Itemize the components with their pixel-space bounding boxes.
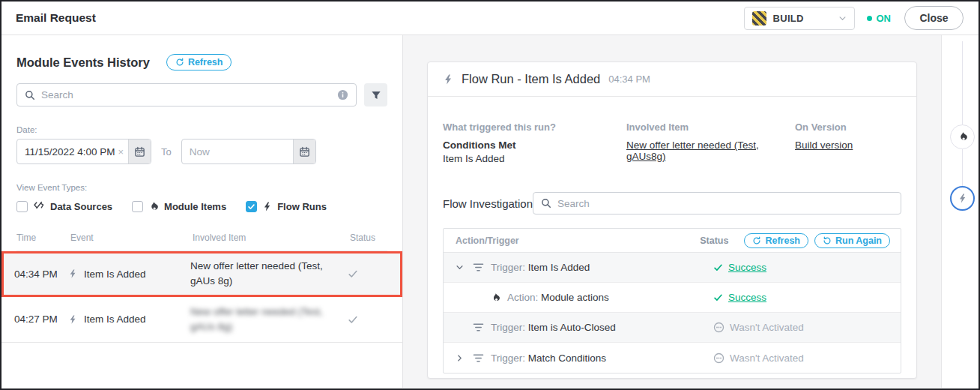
data-sources-icon bbox=[33, 200, 45, 212]
module-node-button[interactable] bbox=[950, 124, 975, 149]
status-link[interactable]: Success bbox=[728, 262, 766, 273]
flow-run-node-button-selected[interactable] bbox=[950, 186, 975, 211]
col-status: Status bbox=[350, 232, 387, 243]
panel-title: Module Events History bbox=[16, 56, 150, 70]
step-name: Match Conditions bbox=[528, 352, 606, 364]
run-info-section: What triggered this run? Conditions Met … bbox=[428, 97, 916, 164]
involved-label: Involved Item bbox=[626, 122, 795, 133]
date-label: Date: bbox=[16, 125, 387, 134]
bolt-icon bbox=[443, 74, 453, 86]
build-stripes-icon bbox=[752, 11, 766, 26]
event-name: Item Is Added bbox=[84, 314, 146, 325]
involved-item-text-redacted: New offer letter needed (Test, gAUs 8g) bbox=[190, 304, 348, 335]
event-types-label: View Event Types: bbox=[16, 183, 387, 192]
calendar-icon bbox=[134, 146, 145, 158]
flow-step-row[interactable]: Trigger: Item is Auto-Closed Wasn't Acti… bbox=[444, 313, 901, 343]
triggered-value: Conditions Met bbox=[443, 140, 626, 151]
chevron-down-icon bbox=[838, 14, 847, 22]
event-row[interactable]: 04:27 PM Item Is Added New offer letter … bbox=[1, 297, 402, 344]
flame-icon bbox=[491, 292, 500, 303]
clear-date-icon[interactable]: × bbox=[118, 146, 128, 158]
checkbox-unchecked[interactable] bbox=[132, 201, 143, 212]
date-to-input[interactable] bbox=[182, 146, 293, 158]
status-link[interactable]: Success bbox=[728, 292, 766, 303]
success-check-icon bbox=[713, 262, 723, 272]
date-from-field: × bbox=[16, 139, 151, 164]
trigger-info-column: What triggered this run? Conditions Met … bbox=[443, 122, 626, 164]
event-time: 04:34 PM bbox=[14, 268, 68, 280]
page-title: Email Request bbox=[16, 11, 96, 25]
triggered-sub: Item Is Added bbox=[443, 153, 626, 164]
filter-button[interactable] bbox=[364, 83, 387, 106]
checkbox-checked[interactable] bbox=[246, 201, 257, 212]
step-name: Module actions bbox=[541, 292, 609, 303]
module-events-history-panel: Module Events History Refresh bbox=[1, 35, 403, 388]
top-bar: Email Request BUILD ON Close bbox=[1, 2, 979, 35]
on-dot-icon bbox=[867, 16, 872, 21]
run-again-button[interactable]: Run Again bbox=[814, 233, 890, 248]
trigger-funnel-icon bbox=[473, 322, 484, 332]
trigger-funnel-icon bbox=[473, 353, 484, 363]
col-status: Status bbox=[700, 236, 728, 246]
event-name: Item Is Added bbox=[84, 268, 146, 280]
check-icon bbox=[348, 268, 390, 279]
flow-step-row[interactable]: Trigger: Match Conditions Wasn't Activat… bbox=[444, 343, 901, 373]
col-action-trigger: Action/Trigger bbox=[456, 236, 700, 246]
col-event: Event bbox=[70, 232, 193, 243]
filter-label: Module Items bbox=[164, 201, 226, 212]
flow-table-header: Action/Trigger Status Refresh Run Again bbox=[444, 229, 901, 253]
step-name: Item Is Added bbox=[528, 262, 590, 273]
trigger-funnel-icon bbox=[473, 262, 484, 272]
flame-icon bbox=[958, 131, 968, 142]
not-activated-icon bbox=[713, 352, 725, 364]
not-activated-icon bbox=[713, 322, 725, 333]
to-label: To bbox=[161, 146, 172, 158]
investigation-search-field bbox=[533, 192, 901, 214]
step-prefix: Trigger: bbox=[491, 352, 525, 364]
refresh-label: Refresh bbox=[765, 236, 800, 246]
flow-run-title: Flow Run - Item Is Added bbox=[462, 72, 600, 86]
on-label: ON bbox=[877, 13, 892, 24]
filter-data-sources[interactable]: Data Sources bbox=[16, 200, 112, 212]
search-icon bbox=[541, 198, 551, 208]
date-to-calendar-button[interactable] bbox=[293, 140, 315, 164]
date-range-row: × To bbox=[16, 139, 387, 164]
flow-run-time: 04:34 PM bbox=[608, 74, 650, 85]
check-icon bbox=[348, 314, 390, 325]
events-search-field bbox=[16, 83, 357, 106]
date-to-field bbox=[181, 139, 316, 164]
refresh-button[interactable]: Refresh bbox=[744, 233, 808, 248]
main-layout: Module Events History Refresh bbox=[1, 35, 979, 388]
info-icon[interactable] bbox=[337, 89, 348, 100]
build-version-link[interactable]: Build version bbox=[795, 140, 853, 151]
chevron-down-icon[interactable] bbox=[456, 263, 466, 272]
date-from-input[interactable] bbox=[17, 146, 118, 158]
checkbox-unchecked[interactable] bbox=[16, 201, 28, 212]
bolt-icon bbox=[68, 268, 77, 279]
flow-investigation-table: Action/Trigger Status Refresh Run Again bbox=[443, 228, 901, 374]
investigation-search-input[interactable] bbox=[557, 198, 893, 209]
filter-module-items[interactable]: Module Items bbox=[132, 201, 226, 212]
date-from-calendar-button[interactable] bbox=[128, 140, 151, 164]
flow-step-row[interactable]: Trigger: Item Is Added Success bbox=[444, 253, 901, 283]
flow-step-row[interactable]: Action: Module actions Success bbox=[444, 283, 901, 313]
status-text: Wasn't Activated bbox=[730, 322, 804, 333]
filter-flow-runs[interactable]: Flow Runs bbox=[246, 201, 327, 212]
events-table: Time Event Involved Item Status 04:34 PM… bbox=[16, 232, 387, 343]
filter-label: Flow Runs bbox=[277, 201, 327, 212]
refresh-icon bbox=[752, 236, 761, 245]
flow-run-header: Flow Run - Item Is Added 04:34 PM bbox=[428, 62, 916, 97]
close-button[interactable]: Close bbox=[904, 6, 964, 30]
version-label: On Version bbox=[795, 122, 901, 133]
calendar-icon bbox=[299, 146, 310, 158]
event-row-selected[interactable]: 04:34 PM Item Is Added New offer letter … bbox=[1, 251, 402, 297]
search-icon bbox=[25, 90, 35, 100]
status-badge: ON bbox=[867, 13, 892, 24]
chevron-right-icon[interactable] bbox=[456, 354, 466, 362]
events-search-input[interactable] bbox=[41, 89, 331, 100]
step-name: Item is Auto-Closed bbox=[528, 322, 616, 333]
filter-label: Data Sources bbox=[50, 201, 112, 212]
involved-item-link[interactable]: New offer letter needed (Test, gAUs8g) bbox=[626, 140, 795, 162]
refresh-button[interactable]: Refresh bbox=[166, 54, 232, 70]
build-version-select[interactable]: BUILD bbox=[744, 7, 855, 30]
